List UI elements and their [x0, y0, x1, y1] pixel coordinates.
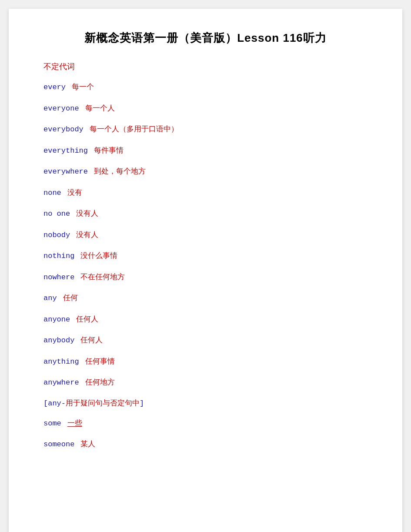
vocab-zh: 每一个人（多用于口语中） — [90, 124, 178, 135]
vocab-en: anyone — [43, 314, 70, 325]
vocab-item: someone某人 — [43, 438, 368, 450]
vocab-en: no one — [43, 208, 70, 220]
vocab-item: nothing没什么事情 — [43, 250, 368, 262]
vocab-en: everybody — [43, 124, 84, 135]
vocab-list: every每一个everyone每一个人everybody每一个人（多用于口语中… — [43, 81, 368, 450]
vocab-item: no one没有人 — [43, 208, 368, 220]
vocab-en: anything — [43, 356, 79, 368]
vocab-item: everybody每一个人（多用于口语中） — [43, 124, 368, 135]
vocab-item: any任何 — [43, 292, 368, 304]
vocab-zh: 没有人 — [76, 229, 98, 241]
vocab-zh: 到处，每个地方 — [94, 166, 146, 177]
vocab-item: every每一个 — [43, 81, 368, 93]
section-heading: 不定代词 — [43, 61, 368, 72]
vocab-zh: 某人 — [80, 438, 95, 450]
bracket-note-en-suffix: ] — [140, 399, 144, 408]
vocab-item: none没有 — [43, 187, 368, 199]
vocab-item: anything任何事情 — [43, 356, 368, 368]
vocab-en: none — [43, 187, 61, 199]
vocab-item: everywhere到处，每个地方 — [43, 166, 368, 177]
vocab-item: anybody任何人 — [43, 335, 368, 346]
vocab-en: someone — [43, 439, 74, 450]
bracket-note-zh: 用于疑问句与否定句中 — [66, 399, 140, 407]
vocab-item: everyone每一个人 — [43, 103, 368, 114]
vocab-zh: 任何人 — [76, 314, 98, 325]
vocab-zh: 一些 — [67, 418, 82, 429]
bracket-note-en-prefix: [any- — [43, 399, 66, 408]
vocab-en: anybody — [43, 335, 74, 346]
vocab-en: anywhere — [43, 377, 79, 388]
vocab-item: nowhere不在任何地方 — [43, 271, 368, 283]
vocab-zh: 没有人 — [76, 208, 98, 219]
vocab-item: anywhere任何地方 — [43, 377, 368, 388]
vocab-en: everywhere — [43, 166, 88, 177]
page-container: 新概念英语第一册（美音版）Lesson 116听力 不定代词 every每一个e… — [9, 9, 402, 532]
vocab-item: anyone任何人 — [43, 314, 368, 325]
vocab-en: nowhere — [43, 272, 74, 283]
vocab-zh: 任何事情 — [85, 356, 115, 367]
vocab-en: everyone — [43, 103, 79, 114]
vocab-zh: 每一个 — [72, 81, 94, 93]
page-title: 新概念英语第一册（美音版）Lesson 116听力 — [43, 30, 368, 46]
vocab-item: some一些 — [43, 418, 368, 429]
bracket-note: [any-用于疑问句与否定句中] — [43, 398, 368, 408]
vocab-en: everything — [43, 145, 88, 157]
vocab-en: any — [43, 293, 57, 304]
vocab-zh: 没有 — [67, 187, 82, 198]
vocab-zh: 每一个人 — [85, 103, 115, 114]
vocab-en: nobody — [43, 230, 70, 241]
vocab-zh: 每件事情 — [94, 145, 124, 156]
vocab-zh: 任何地方 — [85, 377, 115, 388]
vocab-en: some — [43, 418, 61, 429]
vocab-en: nothing — [43, 251, 74, 262]
vocab-zh: 任何人 — [80, 335, 103, 346]
vocab-en: every — [43, 82, 66, 93]
vocab-zh: 不在任何地方 — [80, 271, 125, 283]
vocab-zh: 任何 — [63, 292, 78, 304]
vocab-item: nobody没有人 — [43, 229, 368, 241]
vocab-zh: 没什么事情 — [80, 250, 117, 261]
vocab-item: everything每件事情 — [43, 145, 368, 157]
